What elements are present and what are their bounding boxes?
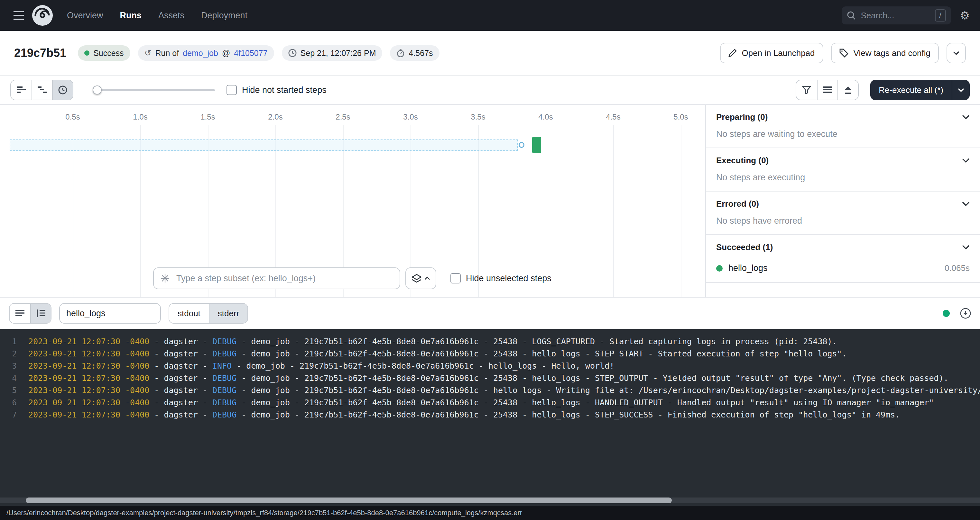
run-header: 219c7b51 Success ↺ Run of demo_job @ 4f1… [0,31,980,76]
hide-unselected-checkbox[interactable]: Hide unselected steps [450,273,552,284]
step-duration: 0.065s [945,263,970,273]
structured-log-view-button[interactable] [10,304,30,323]
nav-item-assets[interactable]: Assets [158,11,185,21]
step-status-panel: Preparing (0)No steps are waiting to exe… [706,105,980,297]
hamburger-menu-icon[interactable] [9,7,28,24]
job-link[interactable]: demo_job [183,49,218,58]
log-hscrollbar-thumb[interactable] [26,498,672,503]
log-tab-stderr[interactable]: stderr [209,304,247,323]
nav-item-overview[interactable]: Overview [67,11,103,21]
gantt-axis-tick: 4.5s [603,113,624,122]
log-logger: - dagster - [149,372,212,384]
dagster-logo-icon[interactable] [32,5,53,26]
search-input[interactable] [860,10,931,21]
layers-icon [412,274,422,283]
chevron-down-icon [953,51,959,55]
log-level: DEBUG [212,372,237,384]
log-logger: - dagster - [149,384,212,396]
panel-section-header-succeeded[interactable]: Succeeded (1) [706,235,980,259]
log-timestamp: 2023-09-21 12:07:30 -0400 [28,396,149,409]
hide-not-started-input[interactable] [226,85,237,95]
log-filter-icon-group [795,80,859,100]
download-log-button[interactable] [960,308,971,319]
step-success-dot-icon [716,265,722,271]
raw-log-view-button[interactable] [30,304,51,323]
log-logger: - dagster - [149,360,212,372]
log-line: 42023-09-21 12:07:30 -0400 - dagster - D… [0,372,980,384]
rows-icon [823,86,832,94]
view-tags-config-button[interactable]: View tags and config [831,43,939,63]
log-file-path-bar: /Users/erincochran/Desktop/dagster-examp… [0,506,980,520]
step-subset-box[interactable] [153,267,400,289]
collapse-all-button[interactable] [837,80,858,100]
gantt-axis-tick: 0.5s [62,113,83,122]
hide-unselected-label: Hide unselected steps [466,274,552,284]
log-line: 32023-09-21 12:07:30 -0400 - dagster - I… [0,360,980,372]
hide-unselected-input[interactable] [450,273,461,284]
open-in-launchpad-button[interactable]: Open in Launchpad [720,43,823,63]
gantt-step-bar-hello-logs[interactable] [532,137,541,153]
top-nav: OverviewRunsAssetsDeployment / ⚙ [0,0,980,31]
log-step-filter-input[interactable] [59,303,161,323]
clock-icon [288,49,297,57]
log-line-number: 5 [0,384,17,396]
panel-section-title: Succeeded (1) [716,242,773,252]
log-line: 72023-09-21 12:07:30 -0400 - dagster - D… [0,409,980,421]
gantt-axis-tick: 2.0s [265,113,286,122]
reexecute-dropdown-button[interactable] [952,80,970,100]
search-box[interactable]: / [842,6,951,24]
panel-step-row[interactable]: hello_logs0.065s [706,259,980,282]
slider-knob[interactable] [93,86,102,95]
graph-query-toggle-button[interactable] [406,267,436,289]
panel-section-title: Preparing (0) [716,112,768,122]
chevron-down-icon [962,245,970,249]
panel-section: Errored (0)No steps have errored [706,192,980,235]
chevron-up-icon [424,276,430,280]
log-timestamp: 2023-09-21 12:07:30 -0400 [28,384,149,396]
panel-section-header-errored[interactable]: Errored (0) [706,192,980,216]
gantt-start-marker [519,142,524,148]
log-line: 62023-09-21 12:07:30 -0400 - dagster - D… [0,396,980,409]
panel-empty-text: No steps are waiting to execute [706,129,980,147]
run-actions-dropdown-button[interactable] [947,43,966,63]
step-subset-input[interactable] [175,273,393,284]
log-line-number: 4 [0,372,17,384]
gantt-waiting-span [10,140,518,151]
stopwatch-icon [396,49,405,57]
eject-icon [843,86,853,94]
panel-section: Executing (0)No steps are executing [706,148,980,192]
log-level: DEBUG [212,336,237,348]
panel-empty-text: No steps are executing [706,173,980,191]
run-of-at: @ [222,49,230,58]
log-logger: - dagster - [149,409,212,421]
nav-item-runs[interactable]: Runs [120,11,142,21]
gantt-toolbar: Hide not started steps Re-execute all (* [0,76,980,104]
log-message: - demo_job - 219c7b51-b62f-4e5b-8de8-0e7… [237,348,846,360]
log-viewer[interactable]: 12023-09-21 12:07:30 -0400 - dagster - D… [0,329,980,506]
hide-not-started-label: Hide not started steps [242,85,326,95]
panel-section-header-executing[interactable]: Executing (0) [706,148,980,173]
panel-section-header-preparing[interactable]: Preparing (0) [706,105,980,129]
gantt-gridline [73,125,73,297]
nav-item-deployment[interactable]: Deployment [201,11,247,21]
log-line-number: 3 [0,360,17,372]
settings-gear-icon[interactable]: ⚙ [959,9,971,22]
log-logger: - dagster - [149,396,212,409]
run-main-area: 0.5s1.0s1.5s2.0s2.5s3.0s3.5s4.0s4.5s5.0s [0,104,980,297]
log-line-number: 6 [0,396,17,409]
log-tab-stdout[interactable]: stdout [169,304,209,323]
gantt-zoom-slider[interactable] [93,86,215,95]
rows-view-button[interactable] [817,80,837,100]
filter-funnel-button[interactable] [796,80,817,100]
hide-not-started-checkbox[interactable]: Hide not started steps [226,85,326,95]
gantt-axis-tick: 3.0s [400,113,421,122]
timed-view-button[interactable] [52,80,73,100]
flat-view-button[interactable] [11,80,32,100]
log-line: 52023-09-21 12:07:30 -0400 - dagster - D… [0,384,980,396]
snapshot-link[interactable]: 4f105077 [234,49,267,58]
gantt-chart[interactable]: 0.5s1.0s1.5s2.0s2.5s3.0s3.5s4.0s4.5s5.0s [0,105,706,297]
step-name[interactable]: hello_logs [729,263,939,273]
log-line-number: 2 [0,348,17,360]
reexecute-all-button[interactable]: Re-execute all (*) [870,80,952,100]
waterfall-view-button[interactable] [32,80,52,100]
